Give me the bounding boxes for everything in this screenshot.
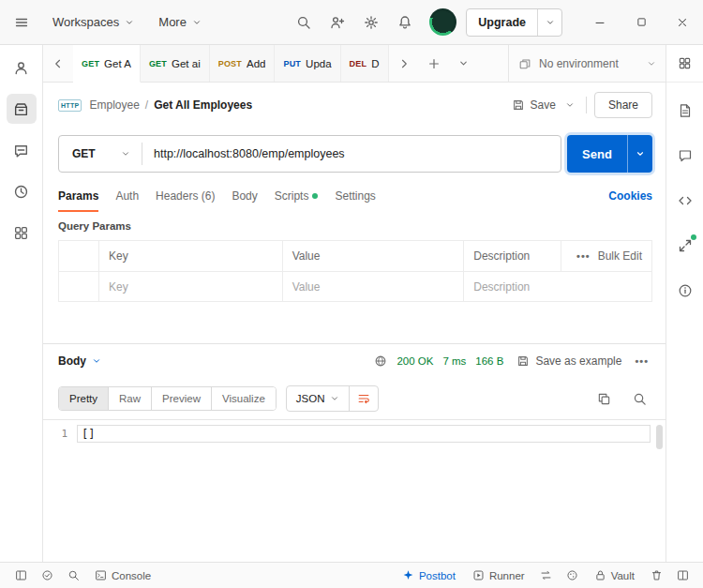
minimize-button[interactable] (579, 0, 621, 45)
tabs-back-button[interactable] (43, 45, 73, 82)
copy-button[interactable] (591, 385, 617, 412)
capture-requests-button[interactable] (535, 565, 558, 586)
sidebar-item-apps[interactable] (7, 218, 37, 248)
sidebar-item-collections[interactable] (7, 94, 37, 124)
sync-status-button[interactable] (36, 565, 58, 586)
code-snippet-button[interactable] (670, 186, 700, 216)
tab-scripts[interactable]: Scripts (275, 180, 319, 212)
response-more-button[interactable]: ••• (631, 353, 652, 369)
response-content[interactable]: [] (77, 425, 651, 443)
view-raw[interactable]: Raw (108, 387, 151, 410)
hamburger-icon (14, 15, 29, 30)
save-button[interactable]: Save (506, 94, 561, 116)
info-button[interactable] (670, 276, 700, 306)
param-select-column (59, 241, 98, 271)
close-button[interactable] (662, 0, 703, 45)
format-selector[interactable]: JSON (287, 387, 350, 410)
bulk-edit-button[interactable]: ••• Bulk Edit (561, 241, 651, 271)
view-pretty[interactable]: Pretty (59, 387, 108, 410)
breadcrumb-request-name[interactable]: Get All Employees (154, 98, 252, 112)
cookies-link[interactable]: Cookies (608, 189, 652, 203)
environment-label: No environment (539, 57, 639, 70)
request-tab-2[interactable]: POST Add (210, 45, 276, 82)
notifications-button[interactable] (391, 8, 419, 37)
main-menu-button[interactable] (0, 15, 43, 30)
upgrade-button[interactable]: Upgrade (466, 8, 562, 37)
search-response-button[interactable] (626, 385, 652, 412)
comments-button[interactable] (670, 141, 700, 171)
find-button[interactable] (62, 565, 84, 586)
copy-icon (597, 392, 611, 406)
request-tab-1[interactable]: GET Get ai (141, 45, 210, 82)
upgrade-options-button[interactable] (537, 9, 561, 36)
tab-headers[interactable]: Headers (6) (156, 180, 215, 212)
documentation-button[interactable] (670, 96, 700, 126)
send-options-button[interactable] (627, 135, 652, 173)
chevron-left-icon (52, 58, 64, 69)
view-visualize[interactable]: Visualize (211, 387, 276, 410)
param-value-input[interactable]: Value (282, 272, 464, 301)
param-key-input[interactable]: Key (98, 272, 282, 301)
tab-params[interactable]: Params (58, 180, 98, 212)
method-selector[interactable]: GET (59, 136, 142, 172)
expand-arrows-icon (678, 238, 693, 253)
view-preview[interactable]: Preview (151, 387, 211, 410)
breadcrumb-collection[interactable]: Employee (89, 98, 139, 112)
new-tab-button[interactable] (419, 45, 449, 82)
environment-selector[interactable]: No environment (508, 45, 666, 82)
column-value: Value (282, 241, 464, 271)
tab-auth[interactable]: Auth (115, 180, 139, 212)
send-button[interactable]: Send (567, 135, 627, 173)
save-as-example-button[interactable]: Save as example (516, 354, 621, 368)
tab-settings[interactable]: Settings (335, 180, 375, 212)
search-button[interactable] (290, 8, 318, 37)
console-button[interactable]: Console (88, 566, 157, 584)
request-tab-3[interactable]: PUT Upda (275, 45, 340, 82)
postbot-button[interactable]: Postbot (396, 566, 462, 584)
more-menu[interactable]: More (149, 9, 211, 35)
toggle-sidebar-button[interactable] (9, 565, 32, 586)
url-bar: GET Send (43, 128, 666, 180)
request-tab-0[interactable]: GET Get A (73, 45, 141, 83)
url-box: GET (58, 135, 561, 173)
save-options-button[interactable] (561, 97, 578, 113)
sidebar-item-history[interactable] (7, 176, 37, 206)
workspaces-menu[interactable]: Workspaces (43, 9, 143, 35)
http-request-icon: HTTP (58, 99, 82, 112)
related-requests-button[interactable] (670, 231, 700, 261)
query-params-title: Query Params (43, 212, 666, 240)
url-input[interactable] (142, 147, 561, 160)
maximize-button[interactable] (621, 0, 662, 45)
avatar[interactable] (429, 8, 456, 36)
invite-button[interactable] (323, 8, 352, 37)
environment-quick-look-button[interactable] (666, 45, 703, 83)
network-globe-icon[interactable] (374, 354, 387, 368)
cookies-button[interactable] (561, 565, 584, 586)
scrollbar-thumb[interactable] (656, 425, 663, 449)
tab-body[interactable]: Body (232, 180, 257, 212)
response-editor[interactable]: 1 [] (43, 419, 666, 562)
split-pane-icon (677, 569, 689, 581)
response-body-selector[interactable]: Body (58, 354, 101, 368)
param-description-input[interactable]: Description (463, 272, 651, 301)
panel-grid-icon (15, 569, 27, 581)
status-bar: Console Postbot Runner Vault (0, 562, 703, 588)
trash-button[interactable] (645, 565, 667, 586)
sidebar-item-comments[interactable] (7, 135, 37, 165)
sidebar-item-user[interactable] (7, 53, 37, 83)
settings-button[interactable] (357, 8, 385, 37)
request-tab-4[interactable]: DEL D (341, 45, 389, 82)
check-circle-icon (41, 569, 53, 581)
method-badge: POST (218, 59, 242, 68)
chevron-down-icon (647, 59, 656, 68)
status-badge[interactable]: 200 OK (396, 355, 433, 367)
vault-button[interactable]: Vault (588, 566, 641, 584)
response-size[interactable]: 166 B (475, 355, 503, 367)
tab-options-button[interactable] (449, 45, 479, 82)
wrap-lines-button[interactable] (349, 386, 378, 411)
response-time[interactable]: 7 ms (442, 355, 466, 367)
runner-button[interactable]: Runner (466, 566, 531, 584)
tabs-forward-button[interactable] (389, 45, 419, 82)
split-pane-button[interactable] (671, 565, 694, 586)
share-button[interactable]: Share (594, 92, 652, 118)
